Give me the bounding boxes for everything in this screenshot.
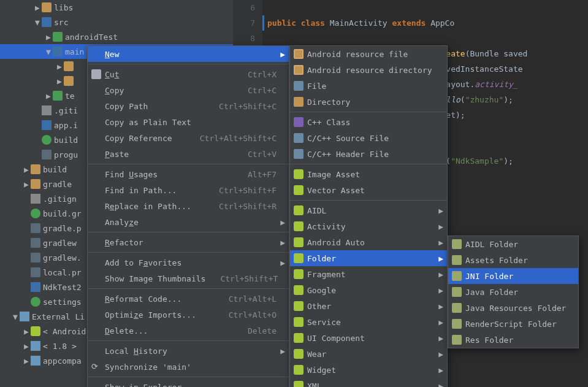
tree-label: main bbox=[65, 47, 84, 56]
menu-item-activity[interactable]: Activity▶ bbox=[290, 218, 447, 234]
tree-icon bbox=[31, 282, 40, 292]
menu-item-assets-folder[interactable]: Assets Folder bbox=[448, 252, 578, 268]
tree-item[interactable]: ▶libs bbox=[0, 0, 233, 15]
resource-file-icon bbox=[294, 49, 304, 59]
menu-item-add-favorites[interactable]: Add to Favorites▶ bbox=[88, 255, 289, 270]
menu-item-local-history[interactable]: Local History▶ bbox=[88, 343, 289, 359]
tree-label: build bbox=[43, 165, 67, 174]
menu-item-copy-plain[interactable]: Copy as Plain Text bbox=[88, 114, 289, 130]
menu-item-android-auto[interactable]: Android Auto▶ bbox=[290, 234, 447, 250]
menu-item-refactor[interactable]: Refactor▶ bbox=[88, 234, 289, 250]
tree-icon bbox=[42, 2, 52, 12]
context-menu: New▶ CutCtrl+X CopyCtrl+C Copy PathCtrl+… bbox=[87, 45, 289, 387]
menu-item-c-source[interactable]: C/C++ Source File bbox=[290, 130, 447, 146]
tree-label: .gitign bbox=[43, 194, 77, 204]
tree-icon bbox=[64, 76, 74, 86]
menu-item-aidl[interactable]: AIDL▶ bbox=[290, 202, 447, 218]
tree-icon bbox=[31, 356, 40, 366]
menu-item-aidl-folder[interactable]: AIDL Folder bbox=[448, 236, 578, 252]
menu-item-android-resource-file[interactable]: Android resource file bbox=[290, 46, 447, 62]
menu-item-fragment[interactable]: Fragment▶ bbox=[290, 266, 447, 282]
menu-item-ui-component[interactable]: UI Component▶ bbox=[290, 330, 447, 346]
menu-item-copy-path[interactable]: Copy PathCtrl+Shift+C bbox=[88, 98, 289, 114]
tree-label: gradlew. bbox=[43, 253, 82, 262]
menu-item-image-asset[interactable]: Image Asset bbox=[290, 166, 447, 182]
tree-label: te bbox=[65, 91, 75, 101]
menu-item-reformat[interactable]: Reformat Code...Ctrl+Alt+L bbox=[88, 291, 289, 307]
tree-icon bbox=[20, 312, 29, 321]
android-icon bbox=[294, 185, 304, 195]
tree-label: androidTest bbox=[65, 33, 118, 42]
menu-item-widget[interactable]: Widget▶ bbox=[290, 362, 447, 378]
menu-item-c-header[interactable]: C/C++ Header File bbox=[290, 146, 447, 162]
cut-icon bbox=[91, 69, 101, 79]
tree-label: libs bbox=[54, 3, 73, 12]
tree-icon bbox=[42, 135, 52, 145]
menu-item-optimize-imports[interactable]: Optimize Imports...Ctrl+Alt+O bbox=[88, 307, 289, 323]
tree-icon bbox=[42, 17, 52, 27]
tree-icon bbox=[31, 194, 40, 204]
menu-item-java-folder[interactable]: Java Folder bbox=[448, 284, 578, 300]
android-icon bbox=[294, 253, 304, 263]
menu-item-wear[interactable]: Wear▶ bbox=[290, 346, 447, 362]
menu-item-google[interactable]: Google▶ bbox=[290, 282, 447, 298]
c-source-icon bbox=[294, 133, 304, 143]
menu-item-new[interactable]: New▶ bbox=[88, 46, 289, 62]
sync-icon: ⟳ bbox=[91, 362, 101, 372]
tree-label: settings bbox=[43, 297, 82, 307]
directory-icon bbox=[294, 97, 304, 107]
tree-item[interactable]: ▼src bbox=[0, 15, 233, 29]
menu-item-java-resources-folder[interactable]: Java Resources Folder bbox=[448, 300, 578, 316]
submenu-new: Android resource file Android resource d… bbox=[289, 45, 448, 387]
folder-icon bbox=[452, 319, 462, 329]
menu-item-show-thumbnails[interactable]: Show Image ThumbnailsCtrl+Shift+T bbox=[88, 270, 289, 286]
menu-item-jni-folder[interactable]: JNI Folder bbox=[448, 268, 578, 284]
menu-item-android-resource-dir[interactable]: Android resource directory bbox=[290, 62, 447, 78]
tree-label: build bbox=[54, 136, 78, 145]
tree-label: NdkTest2 bbox=[43, 283, 82, 292]
menu-item-service[interactable]: Service▶ bbox=[290, 314, 447, 330]
tree-label: src bbox=[54, 18, 68, 27]
folder-icon bbox=[452, 287, 462, 297]
menu-item-find-usages[interactable]: Find UsagesAlt+F7 bbox=[88, 166, 289, 182]
menu-item-replace-in-path[interactable]: Replace in Path...Ctrl+Shift+R bbox=[88, 198, 289, 214]
tree-icon bbox=[42, 105, 52, 115]
menu-item-directory[interactable]: Directory bbox=[290, 94, 447, 110]
android-icon bbox=[294, 169, 304, 179]
tree-icon bbox=[31, 267, 40, 277]
menu-item-copy[interactable]: CopyCtrl+C bbox=[88, 82, 289, 98]
menu-item-show-explorer[interactable]: Show in Explorer bbox=[88, 379, 289, 387]
tree-icon bbox=[42, 150, 52, 159]
tree-label: gradle.p bbox=[43, 224, 82, 233]
tree-icon bbox=[31, 326, 40, 336]
tree-label: build.gr bbox=[43, 209, 82, 218]
menu-item-copy-reference[interactable]: Copy ReferenceCtrl+Alt+Shift+C bbox=[88, 130, 289, 146]
tree-item[interactable]: ▶androidTest bbox=[0, 29, 233, 44]
menu-item-synchronize[interactable]: ⟳Synchronize 'main' bbox=[88, 359, 289, 375]
menu-item-other[interactable]: Other▶ bbox=[290, 298, 447, 314]
android-icon bbox=[294, 269, 304, 279]
tree-label: < Android bbox=[43, 327, 86, 336]
android-icon bbox=[294, 333, 304, 343]
menu-item-cpp-class[interactable]: C++ Class bbox=[290, 114, 447, 130]
android-icon bbox=[294, 301, 304, 311]
menu-item-cut[interactable]: CutCtrl+X bbox=[88, 66, 289, 82]
tree-icon bbox=[31, 223, 40, 233]
menu-item-file[interactable]: File bbox=[290, 78, 447, 94]
tree-label: app.i bbox=[54, 121, 78, 130]
menu-item-analyze[interactable]: Analyze▶ bbox=[88, 214, 289, 230]
android-icon bbox=[294, 285, 304, 295]
tree-icon bbox=[53, 91, 63, 101]
menu-item-vector-asset[interactable]: Vector Asset bbox=[290, 182, 447, 198]
tree-label: gradlew bbox=[43, 239, 77, 248]
menu-item-renderscript-folder[interactable]: RenderScript Folder bbox=[448, 316, 578, 332]
android-icon bbox=[294, 349, 304, 359]
menu-item-res-folder[interactable]: Res Folder bbox=[448, 332, 578, 348]
file-icon bbox=[294, 81, 304, 91]
menu-item-delete[interactable]: Delete...Delete bbox=[88, 323, 289, 339]
menu-item-xml[interactable]: XML▶ bbox=[290, 378, 447, 387]
menu-item-find-in-path[interactable]: Find in Path...Ctrl+Shift+F bbox=[88, 182, 289, 198]
menu-item-paste[interactable]: PasteCtrl+V bbox=[88, 146, 289, 162]
folder-icon bbox=[452, 239, 462, 249]
menu-item-folder[interactable]: Folder▶ bbox=[290, 250, 447, 266]
